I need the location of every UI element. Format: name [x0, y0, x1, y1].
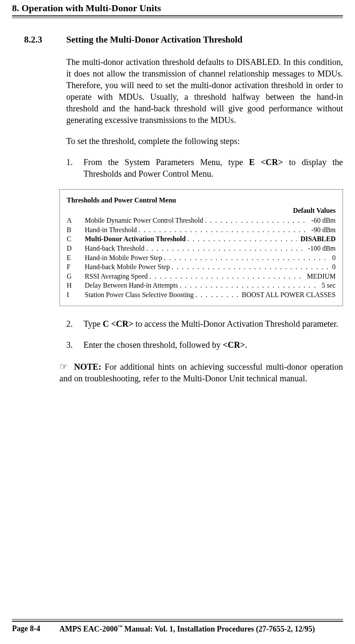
menu-default-header: Default Values — [67, 206, 336, 215]
step-number: 2. — [66, 318, 83, 330]
leader-dots — [149, 272, 303, 281]
menu-row: BHand-in Threshold -90 dBm — [67, 225, 336, 235]
menu-label: Mobile Dynamic Power Control Threshold — [85, 216, 205, 225]
leader-dots — [188, 234, 297, 244]
leader-dots — [179, 281, 318, 290]
menu-label: RSSI Averaging Speed — [85, 272, 149, 281]
leader-dots — [139, 225, 308, 235]
menu-box: Thresholds and Power Control Menu Defaul… — [59, 189, 343, 306]
menu-row: GRSSI Averaging Speed MEDIUM — [67, 272, 336, 281]
menu-rows: AMobile Dynamic Power Control Threshold … — [67, 216, 336, 299]
menu-value: 0 — [329, 262, 336, 272]
menu-value: BOOST ALL POWER CLASSES — [238, 290, 336, 300]
footer-manual-title: AMPS EAC-2000™ Manual: Vol. 1, Installat… — [59, 624, 315, 634]
menu-row: AMobile Dynamic Power Control Threshold … — [67, 216, 336, 225]
text: . — [245, 340, 247, 350]
menu-label: Delay Between Hand-in Attempts — [85, 281, 179, 290]
menu-key: B — [67, 225, 85, 235]
menu-value: DISABLED — [297, 234, 336, 244]
menu-label: Hand-in Threshold — [85, 225, 139, 235]
menu-label: Multi-Donor Activation Threshold — [85, 234, 188, 244]
section-number: 8.2.3 — [24, 34, 66, 45]
step-text: From the System Parameters Menu, type E … — [83, 156, 343, 180]
menu-row: DHand-back Threshold -100 dBm — [67, 244, 336, 253]
menu-row: EHand-in Mobile Power Step 0 — [67, 253, 336, 263]
menu-row: IStation Power Class Selective Boosting … — [67, 290, 336, 300]
step-number: 1. — [66, 156, 83, 180]
menu-value: -60 dBm — [308, 216, 336, 225]
menu-row: HDelay Between Hand-in Attempts 5 sec — [67, 281, 336, 290]
text: Manual: Vol. 1, Installation Procedures … — [123, 625, 315, 633]
leader-dots — [146, 244, 305, 253]
menu-key: E — [67, 253, 85, 263]
leader-dots — [195, 290, 238, 300]
menu-key: H — [67, 281, 85, 290]
section-title: Setting the Multi-Donor Activation Thres… — [66, 34, 243, 45]
note: ☞ NOTE: For additional hints on achievin… — [59, 360, 343, 385]
menu-key: D — [67, 244, 85, 253]
step-text: Enter the chosen threshold, followed by … — [83, 339, 343, 351]
menu-value: 5 sec — [318, 281, 336, 290]
menu-key: A — [67, 216, 85, 225]
menu-key: I — [67, 290, 85, 300]
menu-title: Thresholds and Power Control Menu — [67, 196, 336, 205]
step-number: 3. — [66, 339, 83, 351]
trademark-icon: ™ — [118, 624, 123, 629]
menu-row: CMulti-Donor Activation Threshold DISABL… — [67, 234, 336, 244]
menu-label: Hand-back Threshold — [85, 244, 146, 253]
menu-key: G — [67, 272, 85, 281]
leader-dots — [172, 262, 329, 272]
menu-value: -90 dBm — [308, 225, 336, 235]
footer-rule — [12, 619, 343, 622]
pointing-hand-icon: ☞ — [59, 361, 68, 372]
leader-dots — [164, 253, 329, 263]
page-footer: Page 8-4 AMPS EAC-2000™ Manual: Vol. 1, … — [12, 619, 343, 634]
text: AMPS EAC-2000 — [59, 625, 118, 633]
note-text: For additional hints on achieving succes… — [59, 362, 343, 383]
menu-value: -100 dBm — [305, 244, 336, 253]
command: C <CR> — [103, 319, 133, 328]
header-rule — [12, 15, 343, 18]
menu-row: FHand-back Mobile Power Step 0 — [67, 262, 336, 272]
text: to access the Multi-Donor Activation Thr… — [133, 319, 338, 328]
text: From the System Parameters Menu, type — [83, 157, 249, 167]
menu-label: Station Power Class Selective Boosting — [85, 290, 195, 300]
footer-page-number: Page 8-4 — [12, 624, 59, 634]
menu-value: MEDIUM — [303, 272, 336, 281]
leader-dots — [205, 216, 308, 225]
command: E <CR> — [249, 157, 283, 167]
chapter-header: 8. Operation with Multi-Donor Units — [12, 0, 343, 15]
text: Enter the chosen threshold, followed by — [83, 340, 223, 350]
step-text: Type C <CR> to access the Multi-Donor Ac… — [83, 318, 343, 330]
paragraph: The multi-donor activation threshold def… — [66, 56, 343, 126]
menu-key: F — [67, 262, 85, 272]
paragraph: To set the threshold, complete the follo… — [66, 135, 343, 147]
text: Type — [83, 319, 103, 328]
menu-label: Hand-back Mobile Power Step — [85, 262, 172, 272]
command: <CR> — [223, 340, 245, 350]
note-label: NOTE: — [74, 362, 101, 371]
menu-value: 0 — [329, 253, 336, 263]
menu-key: C — [67, 234, 85, 244]
menu-label: Hand-in Mobile Power Step — [85, 253, 164, 263]
